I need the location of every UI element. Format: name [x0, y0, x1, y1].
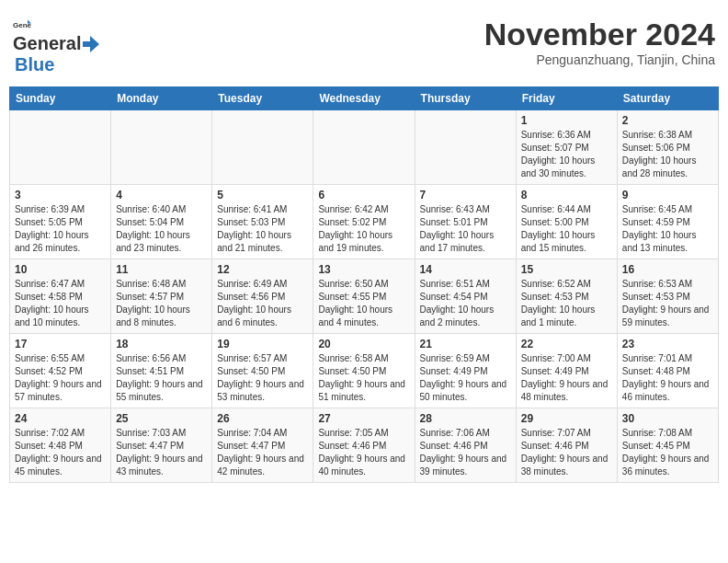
calendar-cell: 17Sunrise: 6:55 AM Sunset: 4:52 PM Dayli…	[10, 334, 111, 408]
calendar-cell	[415, 110, 516, 185]
calendar-cell: 21Sunrise: 6:59 AM Sunset: 4:49 PM Dayli…	[415, 334, 516, 408]
calendar-cell: 11Sunrise: 6:48 AM Sunset: 4:57 PM Dayli…	[111, 259, 212, 334]
day-info: Sunrise: 6:45 AM Sunset: 4:59 PM Dayligh…	[622, 203, 713, 255]
day-info: Sunrise: 6:53 AM Sunset: 4:53 PM Dayligh…	[622, 278, 713, 329]
week-row-2: 10Sunrise: 6:47 AM Sunset: 4:58 PM Dayli…	[10, 259, 719, 334]
calendar-cell: 12Sunrise: 6:49 AM Sunset: 4:56 PM Dayli…	[212, 259, 313, 334]
day-info: Sunrise: 6:50 AM Sunset: 4:55 PM Dayligh…	[318, 278, 409, 329]
month-title: November 2024	[484, 17, 715, 52]
day-number: 22	[521, 338, 612, 350]
calendar-cell: 7Sunrise: 6:43 AM Sunset: 5:01 PM Daylig…	[415, 185, 516, 259]
day-number: 5	[217, 189, 308, 201]
col-tuesday: Tuesday	[212, 87, 313, 110]
day-number: 28	[420, 412, 511, 425]
calendar-cell: 18Sunrise: 6:56 AM Sunset: 4:51 PM Dayli…	[111, 334, 212, 408]
day-info: Sunrise: 6:48 AM Sunset: 4:57 PM Dayligh…	[116, 278, 207, 329]
calendar-cell: 26Sunrise: 7:04 AM Sunset: 4:47 PM Dayli…	[212, 408, 313, 483]
day-info: Sunrise: 7:01 AM Sunset: 4:48 PM Dayligh…	[622, 352, 713, 404]
calendar-cell: 23Sunrise: 7:01 AM Sunset: 4:48 PM Dayli…	[617, 334, 718, 408]
day-info: Sunrise: 6:47 AM Sunset: 4:58 PM Dayligh…	[15, 278, 106, 329]
calendar-cell: 28Sunrise: 7:06 AM Sunset: 4:46 PM Dayli…	[415, 408, 516, 483]
day-number: 15	[521, 263, 612, 276]
calendar-cell: 30Sunrise: 7:08 AM Sunset: 4:45 PM Dayli…	[617, 408, 718, 483]
day-info: Sunrise: 6:39 AM Sunset: 5:05 PM Dayligh…	[15, 203, 106, 255]
week-row-4: 24Sunrise: 7:02 AM Sunset: 4:48 PM Dayli…	[10, 408, 719, 483]
calendar-cell: 27Sunrise: 7:05 AM Sunset: 4:46 PM Dayli…	[313, 408, 415, 483]
calendar-cell: 15Sunrise: 6:52 AM Sunset: 4:53 PM Dayli…	[516, 259, 617, 334]
col-wednesday: Wednesday	[313, 87, 415, 110]
calendar-cell: 8Sunrise: 6:44 AM Sunset: 5:00 PM Daylig…	[516, 185, 617, 259]
day-number: 4	[116, 189, 207, 201]
day-number: 8	[521, 189, 612, 201]
day-info: Sunrise: 6:51 AM Sunset: 4:54 PM Dayligh…	[420, 278, 511, 329]
day-number: 25	[116, 412, 207, 425]
day-info: Sunrise: 7:02 AM Sunset: 4:48 PM Dayligh…	[15, 427, 106, 478]
day-info: Sunrise: 7:03 AM Sunset: 4:47 PM Dayligh…	[116, 427, 207, 478]
day-number: 14	[420, 263, 511, 276]
day-number: 26	[217, 412, 308, 425]
day-number: 23	[622, 338, 713, 350]
day-number: 27	[318, 412, 409, 425]
day-info: Sunrise: 7:05 AM Sunset: 4:46 PM Dayligh…	[318, 427, 409, 478]
week-row-1: 3Sunrise: 6:39 AM Sunset: 5:05 PM Daylig…	[10, 185, 719, 259]
day-info: Sunrise: 6:36 AM Sunset: 5:07 PM Dayligh…	[521, 129, 612, 180]
day-number: 6	[318, 189, 409, 201]
calendar-cell: 19Sunrise: 6:57 AM Sunset: 4:50 PM Dayli…	[212, 334, 313, 408]
svg-marker-2	[83, 36, 99, 52]
day-number: 20	[318, 338, 409, 350]
calendar-cell: 24Sunrise: 7:02 AM Sunset: 4:48 PM Dayli…	[10, 408, 111, 483]
calendar-cell: 25Sunrise: 7:03 AM Sunset: 4:47 PM Dayli…	[111, 408, 212, 483]
day-info: Sunrise: 6:41 AM Sunset: 5:03 PM Dayligh…	[217, 203, 308, 255]
day-number: 2	[622, 114, 713, 127]
col-sunday: Sunday	[10, 87, 111, 110]
calendar-cell: 10Sunrise: 6:47 AM Sunset: 4:58 PM Dayli…	[10, 259, 111, 334]
title-area: November 2024 Penguanzhuang, Tianjin, Ch…	[484, 17, 715, 67]
logo-arrow-icon	[81, 34, 101, 54]
logo: General General Blue	[13, 17, 101, 75]
day-number: 9	[622, 189, 713, 201]
logo-general-text: General	[13, 33, 81, 54]
day-info: Sunrise: 6:40 AM Sunset: 5:04 PM Dayligh…	[116, 203, 207, 255]
day-number: 3	[15, 189, 106, 201]
day-number: 10	[15, 263, 106, 276]
calendar-cell: 1Sunrise: 6:36 AM Sunset: 5:07 PM Daylig…	[516, 110, 617, 185]
day-number: 1	[521, 114, 612, 127]
day-number: 24	[15, 412, 106, 425]
calendar-cell: 22Sunrise: 7:00 AM Sunset: 4:49 PM Dayli…	[516, 334, 617, 408]
calendar-cell: 13Sunrise: 6:50 AM Sunset: 4:55 PM Dayli…	[313, 259, 415, 334]
day-info: Sunrise: 7:00 AM Sunset: 4:49 PM Dayligh…	[521, 352, 612, 404]
page-header: General General Blue November 2024 Pengu…	[9, 9, 719, 83]
calendar-cell: 9Sunrise: 6:45 AM Sunset: 4:59 PM Daylig…	[617, 185, 718, 259]
day-number: 17	[15, 338, 106, 350]
day-info: Sunrise: 6:56 AM Sunset: 4:51 PM Dayligh…	[116, 352, 207, 404]
day-info: Sunrise: 6:49 AM Sunset: 4:56 PM Dayligh…	[217, 278, 308, 329]
calendar-cell	[10, 110, 111, 185]
day-info: Sunrise: 6:44 AM Sunset: 5:00 PM Dayligh…	[521, 203, 612, 255]
col-monday: Monday	[111, 87, 212, 110]
day-info: Sunrise: 6:59 AM Sunset: 4:49 PM Dayligh…	[420, 352, 511, 404]
location-text: Penguanzhuang, Tianjin, China	[484, 52, 715, 67]
calendar-table: Sunday Monday Tuesday Wednesday Thursday…	[9, 86, 719, 483]
day-number: 12	[217, 263, 308, 276]
logo-blue-text: Blue	[15, 54, 54, 75]
day-info: Sunrise: 6:38 AM Sunset: 5:06 PM Dayligh…	[622, 129, 713, 180]
calendar-cell: 5Sunrise: 6:41 AM Sunset: 5:03 PM Daylig…	[212, 185, 313, 259]
day-number: 30	[622, 412, 713, 425]
day-number: 16	[622, 263, 713, 276]
day-info: Sunrise: 6:42 AM Sunset: 5:02 PM Dayligh…	[318, 203, 409, 255]
day-info: Sunrise: 7:06 AM Sunset: 4:46 PM Dayligh…	[420, 427, 511, 478]
day-info: Sunrise: 7:04 AM Sunset: 4:47 PM Dayligh…	[217, 427, 308, 478]
day-number: 19	[217, 338, 308, 350]
calendar-cell: 29Sunrise: 7:07 AM Sunset: 4:46 PM Dayli…	[516, 408, 617, 483]
col-saturday: Saturday	[617, 87, 718, 110]
day-info: Sunrise: 6:58 AM Sunset: 4:50 PM Dayligh…	[318, 352, 409, 404]
calendar-header-row: Sunday Monday Tuesday Wednesday Thursday…	[10, 87, 719, 110]
calendar-cell: 2Sunrise: 6:38 AM Sunset: 5:06 PM Daylig…	[617, 110, 718, 185]
day-number: 13	[318, 263, 409, 276]
day-info: Sunrise: 7:07 AM Sunset: 4:46 PM Dayligh…	[521, 427, 612, 478]
day-info: Sunrise: 6:43 AM Sunset: 5:01 PM Dayligh…	[420, 203, 511, 255]
calendar-cell: 3Sunrise: 6:39 AM Sunset: 5:05 PM Daylig…	[10, 185, 111, 259]
calendar-cell	[111, 110, 212, 185]
day-number: 21	[420, 338, 511, 350]
calendar-cell: 16Sunrise: 6:53 AM Sunset: 4:53 PM Dayli…	[617, 259, 718, 334]
